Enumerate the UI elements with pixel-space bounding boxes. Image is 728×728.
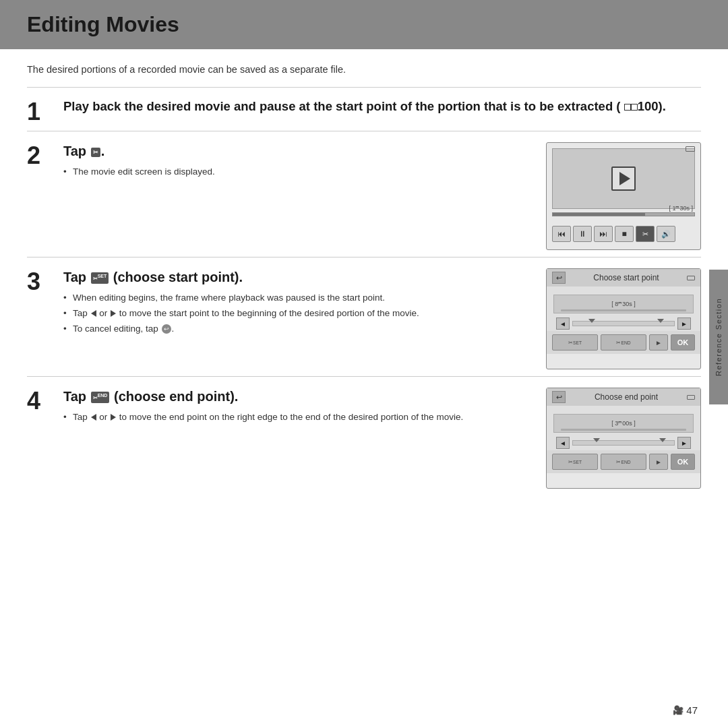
nav-left[interactable]: ◄ xyxy=(556,317,570,330)
choose-start-label: Choose start point xyxy=(593,273,659,282)
reference-section-tab: Reference Section xyxy=(709,270,728,404)
screen-choose-start: ↩ Choose start point [ 8ᵐ30s ] ◄ xyxy=(546,268,701,369)
right-arrow-icon xyxy=(111,310,116,317)
choose-end-set-btn[interactable]: ✂END xyxy=(601,334,646,351)
screen-choose-end: ↩ Choose end point [ 3ᵐ00s ] ◄ xyxy=(546,388,701,489)
play-triangle-icon xyxy=(619,172,630,185)
nav-right[interactable]: ► xyxy=(677,317,691,330)
choose-nav: ◄ ► xyxy=(553,316,694,331)
choose-start-header: ↩ Choose start point xyxy=(547,269,700,286)
cancel-icon: ↩ xyxy=(162,324,171,334)
play-button-large xyxy=(611,166,636,191)
step-number-2: 2 xyxy=(27,142,57,250)
pause-btn[interactable]: ⏸ xyxy=(573,226,592,242)
step-1-title: Play back the desired movie and pause at… xyxy=(63,98,701,115)
choose-start-icon: ✂SET xyxy=(91,272,109,283)
volume-btn[interactable]: 🔊 xyxy=(657,226,675,242)
screen-playback: [ 1ᵐ30s ] ⏮ ⏸ ⏭ ■ ✂ 🔊 xyxy=(546,142,701,250)
step-number-4: 4 xyxy=(27,388,57,489)
step-4-bullet-1: Tap or to move the end point on the righ… xyxy=(63,411,533,424)
choose-nav-end: ◄ ► xyxy=(553,435,694,450)
scissors-icon-step2: ✂ xyxy=(91,148,100,157)
mini-battery-icon xyxy=(687,276,695,280)
nav-right-end[interactable]: ► xyxy=(677,437,691,449)
page-title: Editing Movies xyxy=(27,12,701,37)
right-arrow-icon-2 xyxy=(111,414,116,421)
back-button-end[interactable]: ↩ xyxy=(552,391,566,403)
reference-section-label: Reference Section xyxy=(715,298,723,376)
start-timeline: [ 8ᵐ30s ] xyxy=(553,295,694,313)
preview-btn-2[interactable]: ► xyxy=(649,454,668,470)
left-arrow-icon xyxy=(91,310,96,317)
choose-end-set-btn-2[interactable]: ✂END xyxy=(601,454,646,470)
edit-scissors-btn[interactable]: ✂ xyxy=(636,226,655,242)
step-3-title: Tap ✂SET (choose start point). xyxy=(63,268,533,286)
step-3-bullets: When editing begins, the frame where pla… xyxy=(63,292,533,336)
step-3-bullet-2: Tap or to move the start point to the be… xyxy=(63,307,533,320)
preview-btn[interactable]: ► xyxy=(649,334,668,351)
viewfinder xyxy=(552,148,695,209)
step-4-bullets: Tap or to move the end point on the righ… xyxy=(63,411,533,424)
left-arrow-icon-2 xyxy=(91,414,96,421)
stop-btn[interactable]: ■ xyxy=(615,226,634,242)
timeline-time: 1ᵐ30s xyxy=(672,205,690,212)
choose-end-label: Choose end point xyxy=(595,392,658,402)
rewind-btn[interactable]: ⏮ xyxy=(552,226,571,242)
intro-text: The desired portions of a recorded movie… xyxy=(27,64,701,75)
controls-bar: ⏮ ⏸ ⏭ ■ ✂ 🔊 xyxy=(547,223,700,245)
back-button[interactable]: ↩ xyxy=(552,272,566,284)
choose-end-header: ↩ Choose end point xyxy=(547,388,700,406)
nav-left-end[interactable]: ◄ xyxy=(556,437,570,449)
choose-controls-end: ✂SET ✂END ► OK xyxy=(547,450,700,473)
step-2-title: Tap ✂. xyxy=(63,142,533,160)
choose-controls-start: ✂SET ✂END ► OK xyxy=(547,331,700,354)
ok-btn-2[interactable]: OK xyxy=(671,454,695,470)
step-2-bullet-1: The movie edit screen is displayed. xyxy=(63,166,533,179)
end-timeline: [ 3ᵐ00s ] xyxy=(553,414,694,433)
step-1: 1 Play back the desired movie and pause … xyxy=(27,87,701,131)
step-4-title: Tap ✂END (choose end point). xyxy=(63,388,533,406)
step-4-screen: ↩ Choose end point [ 3ᵐ00s ] ◄ xyxy=(546,388,701,489)
step-4: 4 Tap ✂END (choose end point). Tap or to… xyxy=(27,376,701,495)
header: Editing Movies xyxy=(0,0,728,49)
end-time: 3ᵐ00s xyxy=(615,420,632,427)
fastforward-btn[interactable]: ⏭ xyxy=(594,226,613,242)
step-number-1: 1 xyxy=(27,98,57,124)
choose-end-icon: ✂END xyxy=(91,392,110,402)
step-2: 2 Tap ✂. The movie edit screen is displa… xyxy=(27,131,701,257)
page-number: 🎥 47 xyxy=(673,704,698,716)
step-3: 3 Tap ✂SET (choose start point). When ed… xyxy=(27,257,701,376)
camera-binoculars-icon: 🎥 xyxy=(673,705,684,715)
start-time: 8ᵐ30s xyxy=(615,301,632,307)
page-num-value: 47 xyxy=(686,704,698,716)
mini-battery-icon-2 xyxy=(687,395,695,400)
step-3-screen: ↩ Choose start point [ 8ᵐ30s ] ◄ xyxy=(546,268,701,369)
step-2-screen: [ 1ᵐ30s ] ⏮ ⏸ ⏭ ■ ✂ 🔊 xyxy=(546,142,701,250)
battery-icon xyxy=(686,146,695,152)
step-number-3: 3 xyxy=(27,268,57,369)
step-3-bullet-3: To cancel editing, tap ↩. xyxy=(63,323,533,336)
choose-start-set-btn-2[interactable]: ✂SET xyxy=(552,454,598,470)
choose-start-set-btn[interactable]: ✂SET xyxy=(552,334,598,351)
ok-btn[interactable]: OK xyxy=(671,334,695,351)
step-2-bullets: The movie edit screen is displayed. xyxy=(63,166,533,179)
step-3-bullet-1: When editing begins, the frame where pla… xyxy=(63,292,533,305)
